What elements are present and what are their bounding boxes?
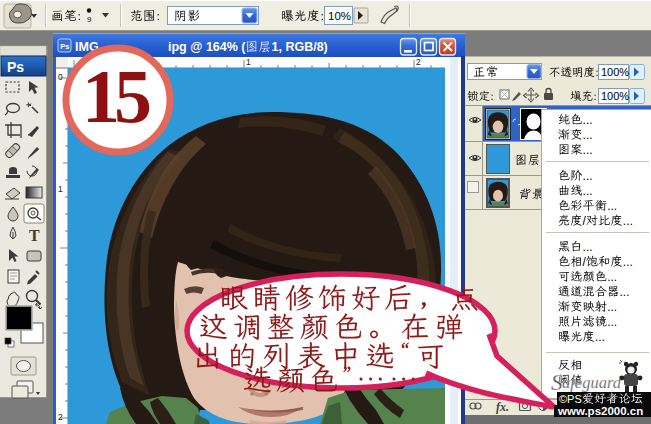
svg-text:T: T [29,227,40,244]
svg-text:...: ... [607,270,617,284]
svg-text:...: ... [595,330,605,344]
svg-text:0: 0 [58,72,63,82]
svg-text:2: 2 [416,57,421,67]
svg-text:9: 9 [87,15,92,24]
svg-text:...: ... [607,199,617,213]
svg-text:www.ps2000.cn: www.ps2000.cn [557,405,643,417]
svg-text:100%: 100% [601,66,629,78]
svg-text:...: ... [583,113,593,127]
svg-text:...: ... [583,240,593,254]
svg-text:...: ... [623,255,633,269]
svg-text:...: ... [583,169,593,183]
svg-text:...: ... [583,184,593,198]
svg-text:Ps: Ps [7,59,24,75]
svg-text:ipg @ 164% (: ipg @ 164% ( [168,40,246,54]
svg-text:...: ... [583,143,593,157]
svg-text:2: 2 [58,412,63,422]
svg-text:fx.: fx. [496,400,509,414]
svg-text:©PS: ©PS [559,393,582,405]
svg-text:...: ... [607,300,617,314]
svg-text:...: ... [620,285,630,299]
svg-text:...: ... [583,128,593,142]
svg-text:15: 15 [82,54,152,138]
svg-text:1: 1 [58,184,63,194]
svg-text:10%: 10% [328,10,351,22]
svg-text:1: 1 [246,57,251,67]
svg-text:...: ... [623,214,633,228]
svg-text:1, RGB/8): 1, RGB/8) [272,40,328,54]
svg-text:Ps: Ps [60,42,69,51]
svg-text:100%: 100% [601,90,629,102]
svg-text:...: ... [607,315,617,329]
svg-text:afeguard: afeguard [562,373,622,392]
